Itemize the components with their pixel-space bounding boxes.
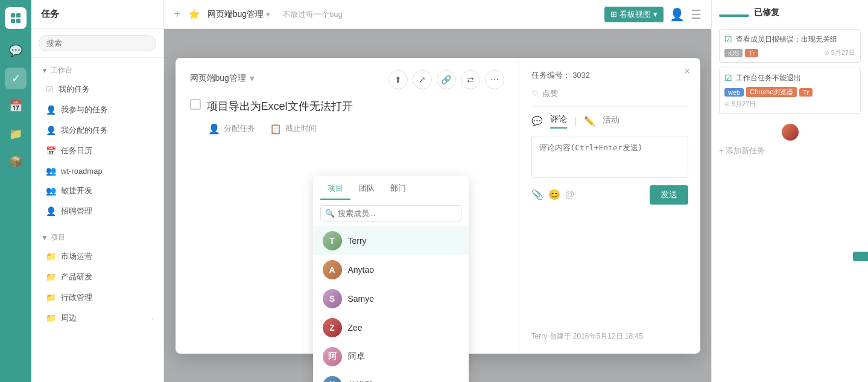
assign-tab-team[interactable]: 团队 <box>352 180 382 200</box>
add-new-task-button[interactable]: + 添加新任务 <box>719 145 861 156</box>
assign-search-input[interactable] <box>320 205 461 221</box>
member-avatar-azuo: 阿 <box>323 347 342 366</box>
assign-search-box: 🔍 <box>320 205 461 221</box>
logo-icon[interactable] <box>5 7 27 29</box>
product-icon: 📁 <box>46 272 56 282</box>
search-box[interactable] <box>31 29 163 58</box>
task-id-row: 任务编号： 3032 <box>531 70 688 81</box>
mention-icon[interactable]: @ <box>565 189 575 200</box>
member-name-terry: Terry <box>348 236 367 246</box>
member-item-samye[interactable]: S Samye <box>313 284 469 313</box>
sidebar-icons: 💬 ✓ 📅 📁 📦 <box>0 0 31 382</box>
tab-chevron-icon[interactable]: ▾ <box>266 10 270 19</box>
folder-icon[interactable]: 📁 <box>5 123 27 145</box>
kanban-view-chevron[interactable]: ▾ <box>653 10 657 19</box>
kanban-card-2[interactable]: ☑ 工作台任务不能退出 web Chrome浏览器 Tr ⊙ 5月27日 <box>719 68 861 114</box>
feedback-button[interactable]: 付费 <box>853 252 868 261</box>
box-icon[interactable]: 📦 <box>5 151 27 173</box>
dialog-meta-row: 👤 分配任务 📋 截止时间 <box>190 123 504 135</box>
card1-check-icon: ☑ <box>724 34 732 44</box>
project-name-label: 网页端bug管理 <box>190 73 246 84</box>
task-checkbox[interactable] <box>190 99 201 110</box>
mytasks-icon: ☑ <box>46 84 54 94</box>
peripheral-label: 周边 <box>61 313 77 323</box>
member-item-terry[interactable]: T Terry <box>313 226 469 255</box>
sidebar-item-roadmap[interactable]: 👥 wt-roadmap <box>31 161 163 180</box>
topbar-right-controls: ⊞ 看板视图 ▾ 👤 ☰ <box>604 7 702 22</box>
deadline-button[interactable]: 📋 截止时间 <box>270 123 317 135</box>
calendar-icon[interactable]: 📅 <box>5 95 27 117</box>
toolbar-expand-button[interactable]: ⤢ <box>413 70 432 89</box>
member-avatar-lin: 林 <box>323 376 342 383</box>
member-item-azuo[interactable]: 阿 阿卓 <box>313 342 469 371</box>
send-button[interactable]: 发送 <box>650 185 688 205</box>
dialog-toprow: 网页端bug管理 ▾ ⬆ ⤢ 🔗 ⇄ ⋯ <box>190 70 504 89</box>
status-bar <box>719 14 749 17</box>
member-list: T Terry A Anytao S Samye Z <box>313 226 469 383</box>
assign-search-wrapper: 🔍 <box>313 200 469 226</box>
tag-tr: Tr <box>745 49 758 57</box>
assign-task-button[interactable]: 👤 分配任务 <box>208 123 255 135</box>
assigned-label: 我分配的任务 <box>61 125 108 136</box>
sidebar-item-recruit[interactable]: 👤 招聘管理 <box>31 201 163 221</box>
sidebar-item-marketing[interactable]: 📁 市场运营 <box>31 246 163 267</box>
assign-search-icon: 🔍 <box>325 209 335 218</box>
emoji-icon[interactable]: 😊 <box>548 189 560 200</box>
sidebar-item-peripheral[interactable]: 📁 周边 › <box>31 308 163 328</box>
search-input[interactable] <box>39 35 156 51</box>
dialog-close-button[interactable]: × <box>684 65 691 78</box>
sidebar-item-agile[interactable]: 👥 敏捷开发 <box>31 180 163 201</box>
member-item-zee[interactable]: Z Zee <box>313 313 469 342</box>
kanban-view-button[interactable]: ⊞ 看板视图 ▾ <box>604 7 664 22</box>
sidebar-item-participated[interactable]: 👤 我参与的任务 <box>31 100 163 120</box>
chat-icon[interactable]: 💬 <box>5 40 27 62</box>
workspace-section: ▼工作台 ☑ 我的任务 👤 我参与的任务 👤 我分配的任务 📅 任务日历 👥 w… <box>31 58 163 225</box>
left-panel: 任务 ▼工作台 ☑ 我的任务 👤 我参与的任务 👤 我分配的任务 📅 任务日历 … <box>31 0 164 382</box>
assign-label: 分配任务 <box>224 123 255 134</box>
toolbar-share-button[interactable]: ⬆ <box>388 70 408 89</box>
settings-icon[interactable]: ☰ <box>691 7 702 22</box>
task-title-row: 项目导出为Excel文件无法打开 <box>190 99 504 113</box>
product-label: 产品研发 <box>61 272 92 282</box>
tab-label[interactable]: 网页端bug管理 ▾ <box>207 9 270 20</box>
member-item-lin[interactable]: 林 林潇毅 <box>313 371 469 383</box>
toolbar-transfer-button[interactable]: ⇄ <box>461 70 480 89</box>
deadline-label: 截止时间 <box>285 123 317 134</box>
sidebar-item-admin[interactable]: 📁 行政管理 <box>31 287 163 308</box>
created-at: 创建于 2016年5月12日 18:45 <box>550 332 643 340</box>
add-task-topbar-button[interactable]: + <box>174 7 181 21</box>
tag-tr2: Tr <box>799 88 813 97</box>
sidebar-item-calendar[interactable]: 📅 任务日历 <box>31 141 163 161</box>
check-icon[interactable]: ✓ <box>5 68 27 89</box>
tab-description: 不放过每一个bug <box>282 9 343 20</box>
assign-tab-project[interactable]: 项目 <box>320 180 350 200</box>
tab-comment[interactable]: 评论 <box>550 114 567 129</box>
card2-date: ⊙ 5月27日 <box>724 100 855 109</box>
member-item-anytao[interactable]: A Anytao <box>313 255 469 284</box>
user-icon[interactable]: 👤 <box>670 7 685 22</box>
sidebar-item-product[interactable]: 📁 产品研发 <box>31 267 163 287</box>
sidebar-item-my-tasks[interactable]: ☑ 我的任务 <box>31 79 163 100</box>
assign-tab-department[interactable]: 部门 <box>383 180 413 200</box>
svg-rect-3 <box>16 19 21 23</box>
card1-date: ⊙ 5月27日 <box>824 49 855 56</box>
sidebar-item-assigned[interactable]: 👤 我分配的任务 <box>31 120 163 141</box>
comment-input[interactable] <box>531 136 688 178</box>
marketing-icon: 📁 <box>46 252 56 261</box>
comment-icon: 💬 <box>531 116 543 127</box>
member-name-azuo: 阿卓 <box>348 351 365 362</box>
my-tasks-label: 我的任务 <box>59 84 90 95</box>
card2-check-icon: ☑ <box>724 73 732 83</box>
kanban-card-1[interactable]: ☑ 查看成员日报错误：出现无关组 iOS Tr ⊙ 5月27日 <box>719 29 861 63</box>
project-section: ▼项目 📁 市场运营 📁 产品研发 📁 行政管理 📁 周边 › <box>31 225 163 332</box>
like-button[interactable]: ♡ 点赞 <box>531 88 688 99</box>
admin-label: 行政管理 <box>61 292 92 303</box>
roadmap-label: wt-roadmap <box>61 167 103 176</box>
kanban-grid-icon: ⊞ <box>610 10 617 19</box>
admin-icon: 📁 <box>46 293 56 302</box>
toolbar-more-button[interactable]: ⋯ <box>485 70 504 89</box>
toolbar-link-button[interactable]: 🔗 <box>437 70 456 89</box>
attachment-icon[interactable]: 📎 <box>531 189 543 200</box>
divider <box>531 106 688 107</box>
tab-activity[interactable]: 活动 <box>603 115 619 128</box>
